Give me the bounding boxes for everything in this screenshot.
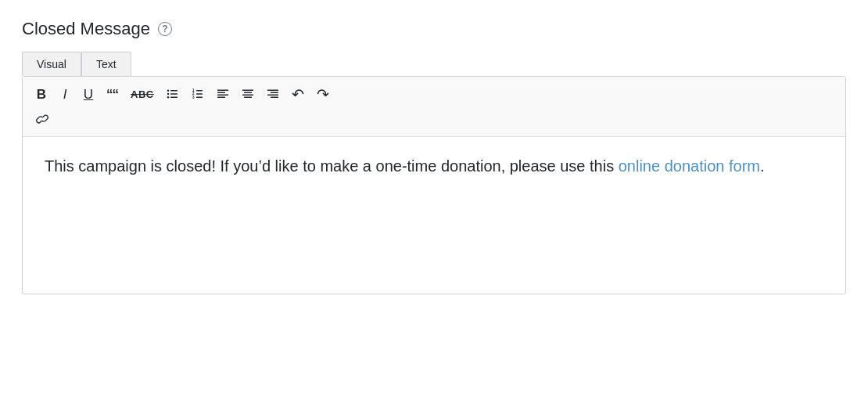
italic-button[interactable]: I xyxy=(54,83,76,105)
svg-rect-15 xyxy=(217,97,225,99)
svg-rect-17 xyxy=(244,92,252,94)
page-title: Closed Message xyxy=(22,19,150,39)
align-right-button[interactable] xyxy=(261,83,285,105)
content-text-after: . xyxy=(760,157,765,175)
svg-rect-0 xyxy=(170,90,178,92)
tab-row: Visual Text xyxy=(22,52,846,76)
editor-content[interactable]: This campaign is closed! If you’d like t… xyxy=(23,137,845,294)
editor-outer: Visual Text B I U ““ ABC xyxy=(22,52,846,294)
svg-point-4 xyxy=(167,93,168,95)
svg-rect-21 xyxy=(271,92,278,94)
svg-rect-22 xyxy=(267,95,278,96)
svg-rect-8 xyxy=(196,97,203,99)
editor-wrapper: B I U ““ ABC xyxy=(22,76,846,294)
bold-button[interactable]: B xyxy=(30,83,52,105)
ordered-list-button[interactable]: 1 2 3 xyxy=(186,83,210,105)
svg-rect-1 xyxy=(170,93,178,95)
svg-rect-2 xyxy=(170,97,178,99)
strikethrough-button[interactable]: ABC xyxy=(125,83,160,105)
svg-rect-18 xyxy=(242,95,253,96)
svg-point-3 xyxy=(167,90,168,92)
unordered-list-button[interactable] xyxy=(161,83,185,105)
content-text-before: This campaign is closed! If you’d like t… xyxy=(45,157,619,175)
redo-button[interactable]: ↷ xyxy=(311,83,335,105)
svg-rect-23 xyxy=(271,97,278,99)
blockquote-button[interactable]: ““ xyxy=(101,83,124,105)
toolbar-row-2 xyxy=(30,108,838,130)
help-icon[interactable]: ? xyxy=(158,22,172,36)
svg-rect-7 xyxy=(196,93,203,95)
align-center-button[interactable] xyxy=(236,83,260,105)
svg-rect-14 xyxy=(217,95,228,96)
svg-text:3: 3 xyxy=(192,96,195,99)
toolbar-row-1: B I U ““ ABC xyxy=(30,83,838,105)
svg-rect-16 xyxy=(242,90,253,92)
tab-text[interactable]: Text xyxy=(81,52,131,76)
content-link[interactable]: online donation form xyxy=(619,157,760,175)
link-button[interactable] xyxy=(30,108,54,130)
svg-rect-6 xyxy=(196,90,203,92)
svg-point-5 xyxy=(167,96,168,98)
undo-button[interactable]: ↶ xyxy=(286,83,310,105)
page-header: Closed Message ? xyxy=(22,19,846,39)
svg-rect-20 xyxy=(267,90,278,92)
tab-visual[interactable]: Visual xyxy=(22,52,81,76)
svg-rect-12 xyxy=(217,90,228,92)
toolbar: B I U ““ ABC xyxy=(23,77,845,137)
align-left-button[interactable] xyxy=(211,83,235,105)
underline-button[interactable]: U xyxy=(77,83,99,105)
svg-rect-13 xyxy=(217,92,225,94)
svg-rect-19 xyxy=(244,97,252,99)
